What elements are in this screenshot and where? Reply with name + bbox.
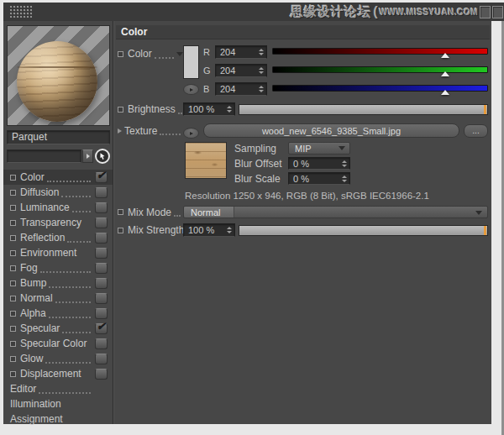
mix-strength-slider[interactable] (239, 225, 488, 236)
shader-row (7, 148, 110, 164)
sampling-dropdown[interactable]: MIP (288, 142, 350, 155)
cursor-arrow-icon (98, 152, 107, 160)
channel-row-bump[interactable]: Bump (7, 275, 110, 291)
channel-checkbox[interactable] (95, 308, 108, 319)
material-name-field[interactable]: Parquet (7, 130, 110, 144)
brightness-slider-handle[interactable] (484, 105, 486, 114)
spinner-arrows-icon[interactable] (259, 49, 264, 55)
channel-list: Color✔DiffusionLuminanceTransparencyRefl… (7, 170, 110, 427)
material-sphere (17, 41, 97, 122)
spinner-arrows-icon[interactable] (259, 67, 264, 74)
channel-row-specular[interactable]: Specular✔ (7, 321, 110, 336)
channel-label: Reflection (20, 232, 65, 244)
texture-filename-field[interactable]: wood_new_6546_9385_Small.jpg (203, 123, 459, 138)
channel-row-displacement[interactable]: Displacement (7, 366, 110, 381)
channel-row-transparency[interactable]: Transparency (7, 215, 110, 230)
channel-checkbox[interactable] (95, 202, 108, 213)
texture-label[interactable]: Texture (116, 125, 183, 137)
rgb-value-input[interactable]: 204 (215, 45, 267, 59)
rgb-slider[interactable] (272, 45, 488, 59)
channel-row-fog[interactable]: Fog (7, 260, 110, 275)
channel-checkbox[interactable] (95, 218, 108, 228)
mix-strength-slider-handle[interactable] (484, 226, 486, 235)
channel-label: Bump (20, 277, 46, 289)
blur-scale-input[interactable]: 0 % (288, 172, 350, 185)
rgb-slider[interactable] (272, 64, 488, 77)
pick-material-button[interactable] (95, 149, 110, 164)
shader-field[interactable] (7, 149, 81, 163)
titlebar[interactable]: 思缘设计论坛 ( WWW.MISSYUAN.COM (3, 3, 504, 21)
channel-row-normal[interactable]: Normal (7, 291, 110, 306)
spinner-arrows-icon[interactable] (342, 160, 347, 167)
channel-row-assignment[interactable]: Assignment (7, 411, 110, 427)
channel-row-editor[interactable]: Editor (7, 381, 110, 396)
channel-row-color[interactable]: Color✔ (3, 170, 113, 185)
color-parameter-row: Color R204G204B204 (116, 45, 490, 96)
gradient-track[interactable] (272, 48, 488, 55)
channel-checkbox[interactable] (95, 263, 108, 274)
channel-square-icon (10, 175, 16, 181)
channel-square-icon (10, 356, 16, 362)
channel-checkbox[interactable] (95, 233, 108, 244)
dot-leader (45, 361, 91, 364)
channel-checkbox[interactable] (95, 248, 108, 259)
channel-checkbox[interactable]: ✔ (95, 172, 108, 183)
rgb-row-r: R204 (203, 45, 490, 59)
channel-checkbox[interactable] (95, 187, 108, 198)
channel-row-glow[interactable]: Glow (7, 351, 110, 366)
channel-row-alpha[interactable]: Alpha (7, 306, 110, 321)
color-swatch[interactable] (183, 45, 199, 79)
texture-thumbnail[interactable] (185, 142, 227, 179)
brightness-slider[interactable] (239, 104, 488, 115)
slider-handle-icon[interactable] (441, 71, 449, 76)
drag-grip-icon[interactable] (10, 6, 32, 18)
color-label-text: Color (128, 48, 152, 60)
mix-mode-row: Mix Mode Normal (116, 206, 490, 218)
channel-square-icon (10, 220, 16, 226)
channel-checkbox[interactable] (95, 369, 108, 380)
brightness-input[interactable]: 100 % (183, 102, 235, 116)
triangle-right-icon[interactable] (118, 128, 122, 134)
gradient-track[interactable] (272, 66, 488, 73)
channel-row-specular-color[interactable]: Specular Color (7, 336, 110, 351)
spinner-arrows-icon[interactable] (227, 227, 232, 233)
browse-texture-button[interactable]: ... (464, 124, 488, 138)
spinner-arrows-icon[interactable] (259, 86, 264, 92)
channel-row-diffusion[interactable]: Diffusion (7, 185, 110, 200)
watermark: 思缘设计论坛 ( WWW.MISSYUAN.COM (291, 3, 503, 20)
triangle-right-icon (190, 132, 193, 135)
chevron-down-icon[interactable] (176, 52, 183, 56)
rgb-value-input[interactable]: 204 (215, 82, 267, 96)
mix-strength-input[interactable]: 100 % (183, 223, 235, 237)
channel-row-illumination[interactable]: Illumination (7, 396, 110, 411)
spinner-arrows-icon[interactable] (342, 176, 347, 182)
rgb-row-g: G204 (203, 64, 490, 77)
rgb-slider[interactable] (272, 82, 488, 96)
channel-checkbox[interactable] (95, 293, 108, 304)
channel-checkbox[interactable]: ✔ (95, 323, 108, 334)
channel-label: Illumination (10, 398, 61, 410)
channel-square-icon (10, 311, 16, 317)
shader-menu-button[interactable] (82, 149, 93, 163)
rgb-value-input[interactable]: 204 (215, 64, 267, 77)
slider-handle-icon[interactable] (441, 90, 449, 95)
color-param-label: Color (116, 48, 183, 60)
material-editor-body: Parquet Color✔DiffusionLuminanceTranspar… (3, 21, 491, 424)
material-preview[interactable] (7, 25, 110, 126)
mix-strength-row: Mix Strength 100 % (116, 223, 490, 237)
channel-row-reflection[interactable]: Reflection (7, 230, 110, 245)
channel-checkbox[interactable] (95, 278, 108, 289)
blur-offset-input[interactable]: 0 % (288, 157, 350, 170)
gradient-track[interactable] (272, 85, 488, 92)
channel-checkbox[interactable] (95, 338, 108, 349)
slider-handle-icon[interactable] (441, 53, 449, 58)
spinner-arrows-icon[interactable] (227, 106, 232, 113)
channel-row-environment[interactable]: Environment (7, 245, 110, 260)
channel-checkbox[interactable] (95, 354, 108, 364)
texture-expand-button[interactable] (183, 128, 199, 139)
dot-leader (178, 112, 181, 114)
mix-mode-dropdown[interactable]: Normal (183, 206, 488, 218)
watermark-badge (480, 6, 491, 18)
channel-row-luminance[interactable]: Luminance (7, 200, 110, 215)
color-expand-button[interactable] (183, 84, 199, 95)
